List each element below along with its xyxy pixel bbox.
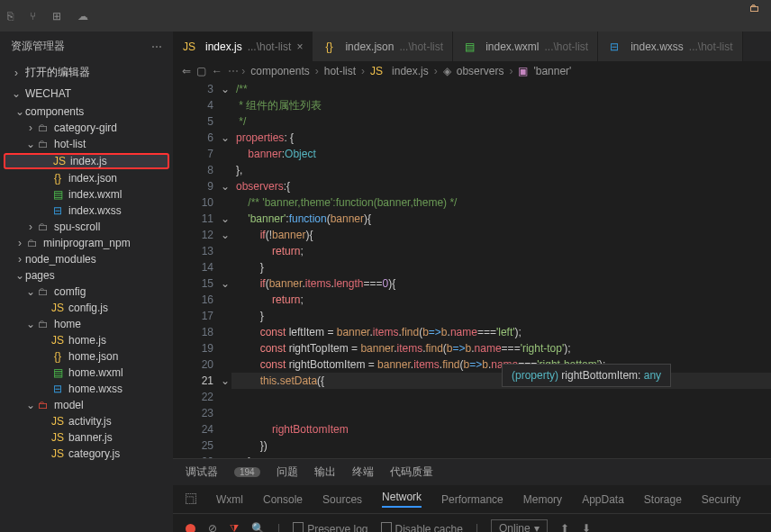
tree-file[interactable]: JSbanner.js [0, 429, 173, 446]
devtab[interactable]: Performance [441, 493, 503, 506]
code-area[interactable]: 3⌄456⌄789⌄1011⌄12⌄131415⌄161718192021⌄22… [173, 81, 771, 458]
record-icon[interactable] [186, 524, 195, 533]
download-icon[interactable]: ⬇ [582, 522, 591, 532]
devtab[interactable]: Memory [523, 493, 562, 506]
tree-folder[interactable]: ›🗀spu-scroll [0, 219, 173, 235]
tree-folder[interactable]: ⌄🗀comfig [0, 284, 173, 300]
crumb[interactable]: index.js [392, 65, 429, 77]
tree-folder[interactable]: ⌄🗀hot-list [0, 136, 173, 152]
breadcrumb: ⇐ ▢ ← ⋯ › components› hot-list› JSindex.… [173, 61, 771, 81]
throttling-select[interactable]: Online▾ [491, 519, 548, 532]
crumb[interactable]: hot-list [324, 65, 356, 77]
devtab[interactable]: Storage [644, 493, 682, 506]
files-icon[interactable]: ⎘ [7, 10, 14, 23]
crumb[interactable]: components [250, 65, 309, 77]
dbg-tab-output[interactable]: 输出 [314, 464, 336, 480]
project-section[interactable]: ⌄WECHAT [0, 84, 173, 104]
tree-folder[interactable]: ⌄🗀pages [0, 267, 173, 284]
debugger-panel: 调试器 194 问题 输出 终端 代码质量 ⿹ Wxml Console Sou… [173, 458, 771, 532]
opened-editors-section[interactable]: ›打开的编辑器 [0, 61, 173, 84]
tree-folder[interactable]: ›🗀miniprogram_npm [0, 235, 173, 251]
tree-file[interactable]: JSconfig.js [0, 300, 173, 316]
close-icon[interactable]: × [296, 41, 303, 53]
inspect-icon[interactable]: ⿹ [186, 493, 196, 506]
dbg-tab-problems[interactable]: 问题 [277, 464, 298, 480]
dbg-tab-terminal[interactable]: 终端 [352, 464, 374, 480]
devtab-network[interactable]: Network [382, 491, 422, 508]
source-control-icon[interactable]: ⑂ [30, 10, 36, 23]
explorer-header: 资源管理器 ⋯ [0, 32, 173, 61]
back-icon[interactable]: ← [212, 65, 222, 77]
filter-icon[interactable]: ⧩ [230, 522, 239, 532]
titlebar: ⎘ ⑂ ⊞ ☁ [0, 0, 771, 32]
tree-file[interactable]: ▤home.wxml [0, 365, 173, 381]
nav-back-icon[interactable]: ⇐ [182, 65, 191, 77]
upload-icon[interactable]: ⬆ [560, 522, 569, 532]
devtab[interactable]: Wxml [216, 493, 243, 506]
crumb[interactable]: observers [457, 65, 504, 77]
tree-file[interactable]: ⊟index.wxss [0, 203, 173, 219]
tree-folder[interactable]: ⌄🗀components [0, 104, 173, 120]
tab-indexwxml[interactable]: ▤index.wxml...\hot-list [453, 32, 598, 61]
more-icon[interactable]: ⋯ [151, 41, 162, 53]
tree-file[interactable]: JSactivity.js [0, 413, 173, 429]
devtab[interactable]: Security [702, 493, 740, 506]
tree-file[interactable]: ▤index.wxml [0, 186, 173, 203]
tree-file-indexjs[interactable]: JSindex.js [4, 153, 169, 169]
search-icon[interactable]: 🔍 [251, 522, 265, 532]
bookmark-icon[interactable]: ▢ [196, 65, 206, 77]
explorer-title: 资源管理器 [11, 39, 65, 54]
tree-file[interactable]: JScategory.js [0, 446, 173, 462]
dbg-tab-debugger[interactable]: 调试器 [186, 464, 218, 480]
tree-file[interactable]: {}home.json [0, 348, 173, 365]
sidebar: 资源管理器 ⋯ ›打开的编辑器 ⌄WECHAT ⌄🗀components ›🗀c… [0, 32, 173, 532]
devtab[interactable]: AppData [582, 493, 624, 506]
dbg-badge: 194 [234, 467, 260, 477]
debugger-tabs: 调试器 194 问题 输出 终端 代码质量 [173, 459, 771, 485]
extensions-icon[interactable]: ⊞ [52, 10, 61, 23]
tree-file[interactable]: ⊟home.wxss [0, 381, 173, 397]
tree-file[interactable]: JShome.js [0, 332, 173, 348]
tab-indexwxss[interactable]: ⊟index.wxss...\hot-list [598, 32, 742, 61]
devtab[interactable]: Console [263, 493, 303, 506]
gutter: 3⌄456⌄789⌄1011⌄12⌄131415⌄161718192021⌄22… [173, 81, 236, 458]
tree-folder[interactable]: ⌄🗀model [0, 397, 173, 413]
clear-icon[interactable]: ⊘ [208, 522, 217, 532]
tree-file[interactable]: {}index.json [0, 170, 173, 186]
devtab[interactable]: Sources [322, 493, 362, 506]
editor-area: JSindex.js...\hot-list× {}index.json...\… [173, 32, 771, 532]
intellisense-tooltip: (property) rightBottomItem: any [502, 364, 671, 387]
crumb[interactable]: 'banner' [533, 65, 571, 77]
tree-folder[interactable]: ›🗀node_modules [0, 251, 173, 267]
file-tree: ⌄🗀components ›🗀category-gird ⌄🗀hot-list … [0, 104, 173, 532]
cloud-icon[interactable]: ☁ [77, 10, 88, 23]
code-body[interactable]: /** * 组件的属性列表 */properties: { banner:Obj… [236, 81, 771, 458]
preserve-log-checkbox[interactable]: Preserve log [293, 522, 367, 533]
tree-folder[interactable]: ⌄🗀home [0, 316, 173, 332]
dbg-tab-quality[interactable]: 代码质量 [390, 464, 433, 480]
tab-indexjson[interactable]: {}index.json...\hot-list [313, 32, 453, 61]
devtools-tabs: ⿹ Wxml Console Sources Network Performan… [173, 485, 771, 514]
editor-tabs: JSindex.js...\hot-list× {}index.json...\… [173, 32, 771, 61]
disable-cache-checkbox[interactable]: Disable cache [381, 522, 463, 533]
network-toolbar: ⊘ ⧩ 🔍 | Preserve log Disable cache | Onl… [173, 514, 771, 532]
tab-indexjs[interactable]: JSindex.js...\hot-list× [173, 32, 313, 61]
tree-folder[interactable]: ›🗀category-gird [0, 120, 173, 136]
